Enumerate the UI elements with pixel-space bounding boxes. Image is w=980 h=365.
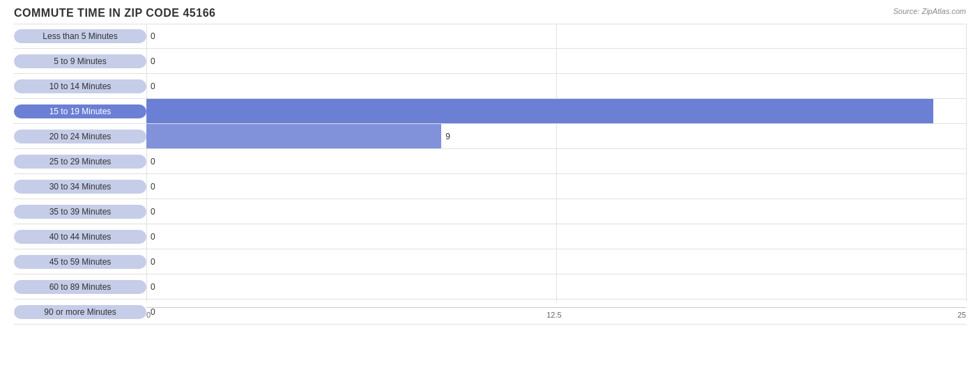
bar-row: 25 to 29 Minutes0 xyxy=(14,149,966,174)
chart-area: Less than 5 Minutes05 to 9 Minutes010 to… xyxy=(14,24,966,319)
chart-container: COMMUTE TIME IN ZIP CODE 45166 Source: Z… xyxy=(0,0,980,365)
bar-row: 60 to 89 Minutes0 xyxy=(14,274,966,300)
bar-track: 0 xyxy=(146,274,966,299)
x-tick-mid: 12.5 xyxy=(546,311,561,319)
bar-value: 0 xyxy=(151,182,155,192)
bar-value: 0 xyxy=(151,257,155,267)
bar-row: 40 to 44 Minutes0 xyxy=(14,224,966,249)
bar-track: 9 xyxy=(146,124,966,148)
bar-label: 5 to 9 Minutes xyxy=(14,54,146,68)
bar-row: 20 to 24 Minutes9 xyxy=(14,124,966,149)
bar-label: 45 to 59 Minutes xyxy=(14,255,146,269)
bar-value: 0 xyxy=(151,307,155,317)
bar-value: 0 xyxy=(151,56,155,66)
bar-value: 9 xyxy=(445,132,450,141)
bar-fill xyxy=(146,99,933,123)
bar-value: 0 xyxy=(151,81,155,91)
bar-track: 0 xyxy=(146,24,966,48)
bars-container: Less than 5 Minutes05 to 9 Minutes010 to… xyxy=(14,24,966,325)
grid-line-end xyxy=(966,24,967,302)
bar-value: 0 xyxy=(151,157,155,166)
bar-label: 30 to 34 Minutes xyxy=(14,180,146,194)
bar-value: 0 xyxy=(151,232,155,242)
x-axis: 0 12.5 25 xyxy=(146,307,966,319)
bar-fill xyxy=(146,124,441,148)
bar-value: 24 xyxy=(951,107,960,116)
bar-label: 25 to 29 Minutes xyxy=(14,155,146,169)
bar-label: 90 or more Minutes xyxy=(14,305,146,319)
chart-source: Source: ZipAtlas.com xyxy=(893,7,966,15)
bar-label: 10 to 14 Minutes xyxy=(14,79,146,93)
bar-label: 60 to 89 Minutes xyxy=(14,280,146,294)
bar-value: 0 xyxy=(151,31,155,41)
bar-label: 15 to 19 Minutes xyxy=(14,104,146,118)
bar-label: Less than 5 Minutes xyxy=(14,29,146,43)
x-tick-max: 25 xyxy=(958,311,966,319)
bar-label: 20 to 24 Minutes xyxy=(14,130,146,143)
bar-row: 45 to 59 Minutes0 xyxy=(14,249,966,274)
bar-row: Less than 5 Minutes0 xyxy=(14,24,966,49)
bar-row: 35 to 39 Minutes0 xyxy=(14,199,966,224)
bar-track: 0 xyxy=(146,174,966,199)
bar-label: 35 to 39 Minutes xyxy=(14,205,146,219)
bar-row: 15 to 19 Minutes24 xyxy=(14,99,966,124)
bar-track: 0 xyxy=(146,149,966,173)
bar-row: 30 to 34 Minutes0 xyxy=(14,174,966,199)
chart-title: COMMUTE TIME IN ZIP CODE 45166 xyxy=(14,7,966,20)
bar-label: 40 to 44 Minutes xyxy=(14,230,146,244)
bar-track: 0 xyxy=(146,224,966,249)
bar-track: 0 xyxy=(146,74,966,98)
bar-track: 24 xyxy=(146,99,966,123)
bar-track: 0 xyxy=(146,249,966,274)
bar-track: 0 xyxy=(146,49,966,73)
bar-value: 0 xyxy=(151,282,155,292)
bar-value: 0 xyxy=(151,207,155,217)
bar-row: 5 to 9 Minutes0 xyxy=(14,49,966,74)
bar-row: 10 to 14 Minutes0 xyxy=(14,74,966,99)
bar-track: 0 xyxy=(146,199,966,224)
